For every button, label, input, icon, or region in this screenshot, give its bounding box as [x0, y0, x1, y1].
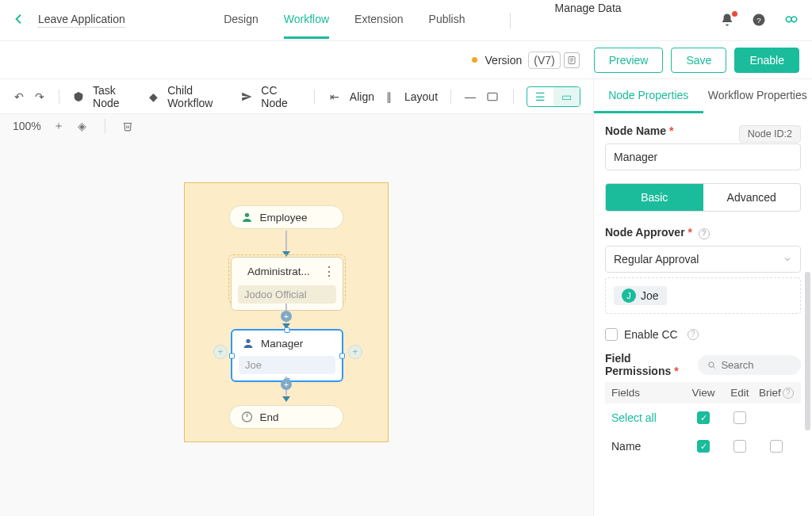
edit-checkbox[interactable]	[733, 411, 746, 424]
layout-label: Layout	[404, 90, 438, 103]
svg-point-9	[245, 213, 249, 217]
save-button[interactable]: Save	[671, 48, 726, 73]
manage-data-link[interactable]: Manage Data	[555, 2, 622, 39]
approver-chip[interactable]: J Joe	[614, 286, 667, 305]
app-launcher-icon[interactable]	[783, 13, 799, 29]
layout-icon: ∥	[382, 90, 396, 104]
field-name: Name	[611, 440, 685, 453]
cc-node-label: CC Node	[261, 84, 301, 109]
approver-chip-name: Joe	[641, 289, 659, 302]
tab-extension[interactable]: Extension	[354, 2, 403, 39]
enable-cc-label: Enable CC	[624, 328, 678, 341]
layout-button[interactable]: ∥ Layout	[382, 90, 438, 104]
minus-icon[interactable]: —	[464, 90, 477, 104]
add-child-workflow[interactable]: ◆ Child Workflow	[147, 84, 232, 109]
node-start[interactable]: Employee	[229, 205, 344, 229]
node-manager[interactable]: Manager Joe	[231, 329, 343, 382]
align-label: Align	[350, 90, 374, 103]
svg-point-11	[246, 339, 250, 343]
person-icon	[242, 337, 255, 350]
tab-basic[interactable]: Basic	[606, 184, 703, 211]
field-search[interactable]	[698, 355, 801, 375]
help-icon[interactable]: ?	[783, 388, 794, 399]
view-list-toggle[interactable]: ☰	[527, 87, 553, 106]
back-icon[interactable]	[13, 13, 25, 28]
tab-workflow[interactable]: Workflow	[284, 2, 329, 39]
field-row: Name	[605, 432, 801, 461]
trash-icon[interactable]	[121, 120, 134, 132]
page-title[interactable]: Leave Application	[38, 13, 125, 28]
node-start-label: Employee	[260, 212, 308, 224]
child-workflow-icon: ◆	[147, 90, 159, 104]
fit-screen-icon[interactable]	[485, 89, 500, 105]
field-permissions-header: Fields View Edit Brief?	[605, 382, 801, 403]
connector-add-icon[interactable]: +	[281, 311, 292, 322]
node-approver-label: Node Approver * ?	[605, 226, 801, 239]
cc-node-icon	[240, 90, 253, 104]
node-administrator[interactable]: Administrat... ⋮ Jodoo Official	[231, 257, 343, 311]
tab-workflow-properties[interactable]: Workflow Properties	[703, 79, 813, 113]
divider	[513, 90, 514, 104]
enable-cc-checkbox[interactable]	[605, 328, 618, 341]
child-workflow-label: Child Workflow	[167, 84, 232, 109]
task-node-label: Task Node	[93, 84, 139, 109]
zoom-level[interactable]: 100%	[13, 120, 41, 132]
add-task-node[interactable]: Task Node	[72, 84, 139, 109]
svg-text:?: ?	[756, 15, 761, 24]
align-icon: ⇤	[327, 90, 342, 104]
svg-line-15	[714, 366, 715, 368]
add-branch-right-icon[interactable]: +	[348, 345, 362, 359]
node-admin-label: Administrat...	[247, 266, 310, 277]
workflow-canvas[interactable]: Employee Administrat... ⋮ Jodoo Official…	[184, 182, 389, 442]
svg-point-3	[791, 17, 797, 22]
preview-button[interactable]: Preview	[594, 48, 664, 73]
approver-list[interactable]: J Joe	[605, 277, 801, 314]
chevron-down-icon	[783, 254, 792, 264]
select-all-link[interactable]: Select all	[611, 411, 685, 424]
scrollbar[interactable]	[805, 272, 810, 430]
connector-add-icon[interactable]: +	[281, 379, 292, 390]
edit-checkbox[interactable]	[733, 440, 746, 453]
version-status-dot	[472, 57, 477, 63]
locate-icon[interactable]: ◈	[76, 120, 89, 132]
view-checkbox[interactable]	[697, 411, 710, 424]
tab-advanced[interactable]: Advanced	[703, 184, 801, 211]
field-row-select-all: Select all	[605, 403, 801, 432]
person-icon	[241, 211, 254, 224]
divider	[59, 90, 59, 104]
undo-icon[interactable]: ↶	[13, 90, 25, 104]
node-name-input[interactable]	[605, 143, 801, 170]
approver-type-value: Regular Approval	[614, 253, 699, 266]
view-checkbox[interactable]	[697, 440, 710, 453]
approver-type-select[interactable]: Regular Approval	[605, 246, 801, 273]
enable-button[interactable]: Enable	[734, 48, 799, 73]
search-input[interactable]	[721, 359, 791, 371]
node-end[interactable]: End	[229, 405, 344, 429]
node-end-label: End	[260, 411, 279, 423]
zoom-in-icon[interactable]: ＋	[52, 120, 65, 132]
svg-point-2	[786, 17, 791, 22]
log-icon[interactable]	[564, 52, 580, 68]
align-button[interactable]: ⇤ Align	[327, 90, 374, 104]
tab-node-properties[interactable]: Node Properties	[594, 79, 703, 113]
help-icon[interactable]: ?	[752, 13, 768, 29]
svg-rect-8	[488, 93, 497, 100]
field-permissions-label: Field Permissions *	[605, 352, 698, 377]
divider	[510, 13, 511, 29]
svg-point-14	[709, 361, 714, 366]
redo-icon[interactable]: ↷	[33, 90, 46, 104]
node-manager-assignee: Joe	[239, 356, 335, 374]
add-branch-left-icon[interactable]: +	[213, 345, 228, 359]
brief-checkbox[interactable]	[770, 440, 783, 453]
tab-design[interactable]: Design	[224, 2, 259, 39]
bell-icon[interactable]	[720, 13, 736, 29]
version-select[interactable]: (V7)	[528, 52, 560, 69]
search-icon	[707, 360, 716, 370]
help-icon[interactable]: ?	[688, 329, 699, 340]
tab-publish[interactable]: Publish	[429, 2, 465, 39]
avatar: J	[622, 289, 636, 303]
view-card-toggle[interactable]: ▭	[553, 87, 580, 106]
help-icon[interactable]: ?	[699, 228, 710, 239]
add-cc-node[interactable]: CC Node	[240, 84, 301, 109]
more-icon[interactable]: ⋮	[323, 264, 335, 279]
